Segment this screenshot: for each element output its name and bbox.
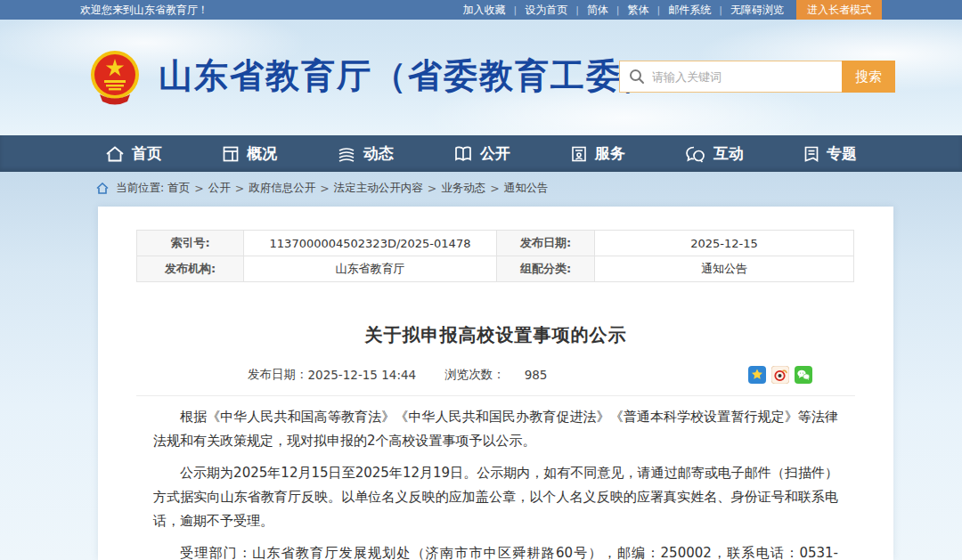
paragraph-contact: 受理部门：山东省教育厅发展规划处（济南市市中区舜耕路60号），邮编：250002… — [153, 541, 838, 560]
nav-item-overview[interactable]: 概况 — [222, 143, 277, 164]
breadcrumb-item-open[interactable]: 公开 — [208, 181, 231, 196]
publish-date-value: 2025-12-15 — [595, 231, 854, 256]
separator: | — [657, 4, 661, 16]
content-panel: 索引号: 1137000004502323D/2025-01478 发布日期: … — [98, 207, 893, 560]
document-info-table: 索引号: 1137000004502323D/2025-01478 发布日期: … — [136, 230, 854, 282]
welcome-text: 欢迎您来到山东省教育厅！ — [80, 3, 208, 18]
site-search: 搜索 — [619, 61, 895, 93]
open-book-icon — [453, 145, 473, 163]
nav-item-home[interactable]: 首页 — [105, 143, 162, 164]
search-button[interactable]: 搜索 — [842, 61, 895, 93]
breadcrumb-item-statutory[interactable]: 法定主动公开内容 — [334, 181, 423, 196]
breadcrumb-home-icon — [96, 183, 109, 194]
topics-icon — [803, 145, 819, 163]
separator: > — [428, 182, 436, 195]
top-link-set-homepage[interactable]: 设为首页 — [525, 3, 567, 18]
national-emblem-logo — [89, 48, 141, 107]
paragraph-publicity-period: 公示期为2025年12月15日至2025年12月19日。公示期内，如有不同意见，… — [153, 461, 838, 533]
nav-item-open[interactable]: 公开 — [453, 143, 510, 164]
paragraph-legal-basis: 根据《中华人民共和国高等教育法》《中华人民共和国民办教育促进法》《普通本科学校设… — [153, 405, 838, 453]
top-utility-bar: 欢迎您来到山东省教育厅！ 加入收藏 | 设为首页 | 简体 | 繁体 | 邮件系… — [0, 0, 962, 20]
separator: | — [719, 4, 722, 16]
nav-item-interact[interactable]: 互动 — [685, 143, 744, 164]
separator: > — [194, 182, 203, 195]
home-icon — [105, 145, 125, 163]
article-body: 根据《中华人民共和国高等教育法》《中华人民共和国民办教育促进法》《普通本科学校设… — [153, 405, 838, 560]
weibo-share-icon[interactable] — [771, 366, 789, 384]
category-label: 组配分类: — [497, 256, 595, 282]
search-icon — [629, 69, 645, 88]
breadcrumb-item-business[interactable]: 业务动态 — [441, 181, 485, 196]
divider — [136, 395, 855, 396]
views-count: 985 — [525, 368, 548, 382]
share-buttons — [748, 366, 812, 384]
page: 欢迎您来到山东省教育厅！ 加入收藏 | 设为首页 | 简体 | 繁体 | 邮件系… — [0, 0, 962, 560]
table-row: 发布机构: 山东省教育厅 组配分类: 通知公告 — [137, 256, 854, 282]
nav-item-topics[interactable]: 专题 — [803, 143, 857, 164]
breadcrumb-item-home[interactable]: 首页 — [167, 181, 190, 196]
top-link-traditional[interactable]: 繁体 — [628, 3, 649, 18]
elder-mode-button[interactable]: 进入长者模式 — [796, 0, 882, 20]
nav-item-news[interactable]: 动态 — [337, 143, 394, 164]
publish-date-meta-label: 发布日期： — [248, 367, 308, 383]
service-icon — [570, 145, 588, 163]
separator: > — [235, 182, 244, 195]
qzone-share-icon[interactable] — [748, 366, 766, 384]
separator: | — [513, 4, 517, 16]
separator: > — [320, 182, 329, 195]
separator: > — [490, 182, 499, 195]
breadcrumb-prefix: 当前位置: — [116, 181, 164, 196]
views-label: 浏览次数： — [444, 367, 505, 383]
site-title: 山东省教育厅（省委教育工委） — [159, 53, 657, 99]
top-link-accessibility[interactable]: 无障碍浏览 — [730, 3, 784, 18]
main-navbar: 首页 概况 动态 公开 服务 互动 — [0, 135, 962, 172]
article-meta: 发布日期： 2025-12-15 14:44 浏览次数： 985 — [136, 365, 855, 385]
chat-icon — [685, 145, 706, 163]
top-link-favorites[interactable]: 加入收藏 — [462, 3, 505, 18]
overview-icon — [222, 145, 240, 163]
table-row: 索引号: 1137000004502323D/2025-01478 发布日期: … — [137, 231, 854, 256]
header-banner: 山东省教育厅（省委教育工委） 搜索 — [0, 20, 962, 135]
breadcrumb-item-gov-info[interactable]: 政府信息公开 — [249, 181, 315, 196]
separator: | — [575, 4, 579, 16]
publisher-label: 发布机构: — [137, 256, 244, 282]
publish-date-meta-value: 2025-12-15 14:44 — [308, 368, 417, 382]
top-links: 加入收藏 | 设为首页 | 简体 | 繁体 | 邮件系统 | 无障碍浏览 进入长… — [462, 0, 882, 20]
publish-date-label: 发布日期: — [497, 231, 595, 256]
top-link-mail-system[interactable]: 邮件系统 — [668, 3, 711, 18]
nav-item-service[interactable]: 服务 — [570, 143, 625, 164]
index-number-label: 索引号: — [137, 231, 244, 256]
index-number-value: 1137000004502323D/2025-01478 — [244, 231, 497, 256]
breadcrumb: 当前位置: 首页 > 公开 > 政府信息公开 > 法定主动公开内容 > 业务动态… — [0, 181, 962, 199]
article-title: 关于拟申报高校设置事项的公示 — [98, 323, 893, 347]
publisher-value: 山东省教育厅 — [244, 256, 497, 282]
breadcrumb-item-notices[interactable]: 通知公告 — [504, 181, 549, 196]
news-icon — [337, 145, 356, 163]
search-input[interactable] — [652, 61, 837, 92]
wechat-share-icon[interactable] — [795, 366, 812, 384]
top-link-simplified[interactable]: 简体 — [587, 3, 608, 18]
separator: | — [616, 4, 620, 16]
category-value: 通知公告 — [595, 256, 854, 282]
